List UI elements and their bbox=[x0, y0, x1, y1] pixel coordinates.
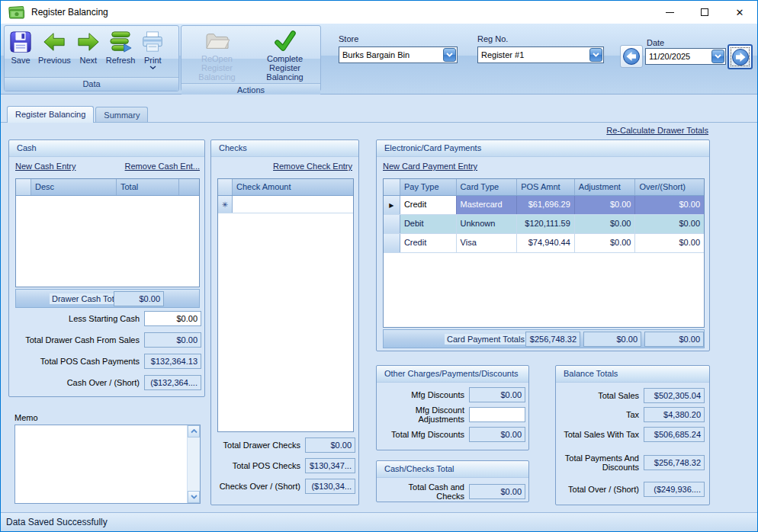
field-row: Cash Over / (Short) ($132,364.... bbox=[15, 375, 201, 390]
cell-over-short[interactable]: $0.00 bbox=[635, 234, 704, 252]
refresh-icon bbox=[108, 30, 133, 53]
memo-label: Memo bbox=[14, 413, 38, 422]
remove-cash-entry-link[interactable]: Remove Cash Ent... bbox=[125, 162, 200, 171]
checks-grid[interactable]: Check Amount ✳ bbox=[217, 178, 354, 432]
less-starting-cash-input[interactable]: $0.00 bbox=[144, 311, 201, 326]
memo-textarea[interactable] bbox=[14, 425, 201, 504]
selected-row-icon: ▶ bbox=[389, 202, 393, 209]
cards-col-card-type[interactable]: Card Type bbox=[457, 179, 518, 195]
refresh-button[interactable]: Refresh bbox=[103, 29, 139, 66]
checkmark-icon bbox=[273, 30, 297, 52]
total-pos-checks-value: $130,347... bbox=[305, 458, 355, 473]
new-card-payment-entry-link[interactable]: New Card Payment Entry bbox=[383, 162, 477, 171]
cell-adjustment[interactable]: $0.00 bbox=[575, 215, 636, 233]
cards-col-adjustment[interactable]: Adjustment bbox=[575, 179, 636, 195]
tax-value: $4,380.20 bbox=[644, 407, 705, 422]
total-drawer-cash-value: $0.00 bbox=[144, 332, 201, 348]
cash-col-desc[interactable]: Desc bbox=[31, 179, 117, 195]
cell-pos-amnt[interactable]: $61,696.29 bbox=[517, 196, 575, 214]
save-button[interactable]: Save bbox=[6, 29, 35, 66]
date-select[interactable]: 11/20/2025 bbox=[645, 48, 726, 65]
cell-card-type[interactable]: Visa bbox=[457, 234, 518, 252]
cards-col-pay-type[interactable]: Pay Type bbox=[400, 179, 457, 195]
scroll-down-icon[interactable] bbox=[188, 491, 200, 503]
store-select[interactable]: Burks Bargain Bin bbox=[339, 46, 458, 63]
card-payment-row[interactable]: Debit Unknown $120,111.59 $0.00 $0.00 bbox=[384, 215, 704, 234]
cash-panel-title: Cash bbox=[9, 140, 204, 157]
circle-arrow-left-icon bbox=[622, 47, 641, 66]
remove-check-entry-link[interactable]: Remove Check Entry bbox=[273, 162, 352, 171]
cell-adjustment[interactable]: $0.00 bbox=[575, 196, 636, 214]
store-dropdown-icon[interactable] bbox=[443, 48, 456, 62]
next-date-button[interactable] bbox=[727, 44, 753, 69]
cash-grid-corner bbox=[16, 179, 31, 195]
cash-over-short-label: Cash Over / (Short) bbox=[15, 378, 140, 387]
scroll-up-icon[interactable] bbox=[188, 425, 200, 437]
cards-col-pos-amnt[interactable]: POS Amnt bbox=[517, 179, 575, 195]
maximize-button[interactable] bbox=[687, 1, 722, 24]
cash-col-total[interactable]: Total bbox=[117, 179, 179, 195]
close-icon: ✕ bbox=[736, 7, 744, 18]
close-button[interactable]: ✕ bbox=[722, 1, 757, 24]
date-dropdown-icon[interactable] bbox=[711, 50, 724, 63]
cell-pay-type[interactable]: Debit bbox=[400, 215, 457, 233]
cash-checks-total-title: Cash/Checks Total bbox=[377, 461, 528, 478]
complete-balancing-button[interactable]: Complete Register Balancing bbox=[251, 29, 319, 83]
reg-no-dropdown-icon[interactable] bbox=[589, 48, 602, 62]
cash-col-filler bbox=[179, 179, 199, 195]
minimize-button[interactable] bbox=[652, 1, 687, 24]
checks-col-amount[interactable]: Check Amount bbox=[233, 179, 353, 195]
next-button[interactable]: Next bbox=[74, 29, 103, 66]
reopen-balancing-button[interactable]: ReOpen Register Balancing bbox=[183, 29, 251, 83]
cards-grid-corner bbox=[384, 179, 400, 195]
print-button[interactable]: Print bbox=[138, 29, 167, 73]
cash-grid[interactable]: Desc Total bbox=[15, 178, 200, 287]
drawer-cash-total-label: Drawer Cash Total bbox=[50, 293, 123, 304]
field-row: Total Drawer Cash From Sales $0.00 bbox=[15, 332, 201, 348]
less-starting-cash-label: Less Starting Cash bbox=[15, 314, 140, 323]
drawer-cash-total-value: $0.00 bbox=[114, 291, 164, 306]
cell-pos-amnt[interactable]: $74,940.44 bbox=[517, 234, 575, 252]
minimize-icon bbox=[666, 12, 674, 13]
tab-strip: Register Balancing Summary bbox=[7, 104, 149, 122]
date-value: 11/20/2025 bbox=[646, 52, 711, 61]
cash-over-short-value: ($132,364.... bbox=[144, 375, 201, 390]
cell-over-short[interactable]: $0.00 bbox=[635, 196, 704, 214]
card-payments-grid[interactable]: Pay Type Card Type POS Amnt Adjustment O… bbox=[383, 178, 705, 328]
cell-card-type[interactable]: Mastercard bbox=[457, 196, 518, 214]
total-drawer-cash-label: Total Drawer Cash From Sales bbox=[15, 335, 140, 345]
previous-date-button[interactable] bbox=[620, 45, 643, 68]
field-row: Total Cash and Checks $0.00 bbox=[381, 482, 525, 501]
check-amount-cell[interactable] bbox=[233, 196, 353, 213]
window-title: Register Balancing bbox=[31, 7, 108, 18]
cell-over-short[interactable]: $0.00 bbox=[635, 215, 704, 233]
main-content: Register Balancing Summary Re-Calculate … bbox=[1, 95, 757, 512]
previous-button[interactable]: Previous bbox=[35, 29, 74, 66]
card-payment-row[interactable]: ▶ Credit Mastercard $61,696.29 $0.00 $0.… bbox=[384, 196, 704, 215]
tab-summary[interactable]: Summary bbox=[95, 107, 148, 122]
save-icon bbox=[9, 30, 32, 53]
card-payment-totals-label: Card Payment Totals bbox=[445, 334, 527, 345]
tab-register-balancing[interactable]: Register Balancing bbox=[7, 106, 94, 123]
field-row: Total Sales With Tax $506,685.24 bbox=[560, 427, 705, 442]
cell-pay-type[interactable]: Credit bbox=[400, 196, 457, 214]
previous-label: Previous bbox=[38, 56, 71, 65]
total-pos-cash-label: Total POS Cash Payments bbox=[15, 357, 140, 366]
card-payment-row[interactable]: Credit Visa $74,940.44 $0.00 $0.00 bbox=[384, 234, 704, 253]
mfg-discounts-label: Mfg Discounts bbox=[381, 390, 464, 399]
cell-card-type[interactable]: Unknown bbox=[457, 215, 518, 233]
cell-adjustment[interactable]: $0.00 bbox=[575, 234, 636, 252]
new-cash-entry-link[interactable]: New Cash Entry bbox=[15, 162, 75, 171]
card-payment-totals-band: Card Payment Totals $256,748.32 $0.00 $0… bbox=[383, 329, 705, 348]
arrow-left-icon bbox=[43, 30, 66, 53]
memo-text[interactable] bbox=[15, 425, 187, 503]
total-mfg-discounts-value: $0.00 bbox=[469, 427, 525, 442]
mfg-discount-adjustments-input[interactable] bbox=[469, 407, 525, 422]
memo-scrollbar[interactable] bbox=[187, 425, 200, 503]
cell-pos-amnt[interactable]: $120,111.59 bbox=[517, 215, 575, 233]
recalculate-drawer-totals-link[interactable]: Re-Calculate Drawer Totals bbox=[606, 126, 708, 135]
reg-no-select[interactable]: Register #1 bbox=[477, 46, 604, 63]
cards-col-over-short[interactable]: Over/(Short) bbox=[635, 179, 704, 195]
cell-pay-type[interactable]: Credit bbox=[400, 234, 457, 252]
check-new-row[interactable]: ✳ bbox=[218, 196, 353, 213]
